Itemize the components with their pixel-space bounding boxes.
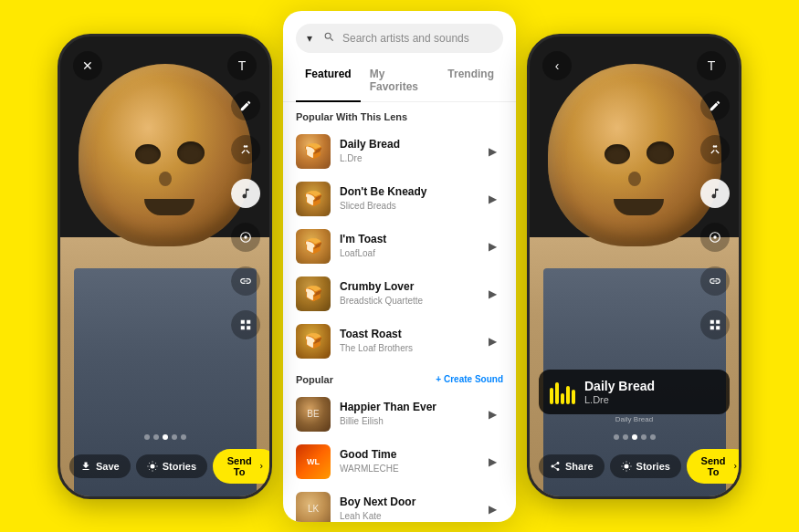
save-button[interactable]: Save	[69, 454, 131, 478]
svg-point-2	[713, 235, 717, 239]
left-phone-right-icons	[231, 91, 260, 339]
panel-header: ▾ Search artists and sounds Featured My …	[283, 11, 516, 102]
grid-icon[interactable]	[231, 310, 260, 339]
right-music-note-icon[interactable]	[700, 179, 730, 208]
song-artist: L.Dre	[340, 152, 472, 164]
left-phone-bottom: Save Stories Send To	[60, 425, 269, 496]
song-title: Happier Than Ever	[340, 401, 472, 415]
song-artist: The Loaf Brothers	[340, 342, 472, 354]
song-artist: Billie Eilish	[340, 415, 472, 427]
back-button[interactable]: ‹	[542, 51, 572, 80]
play-button[interactable]: ▶	[481, 498, 503, 520]
now-playing-artist: L.Dre	[584, 394, 719, 405]
play-button[interactable]: ▶	[481, 283, 503, 305]
tab-trending[interactable]: Trending	[438, 62, 503, 102]
right-grid-icon[interactable]	[700, 310, 730, 339]
song-title: Daily Bread	[340, 138, 472, 152]
popular-label: Popular	[296, 374, 333, 385]
dot-2	[153, 434, 159, 440]
bar-5	[572, 390, 575, 404]
play-button[interactable]: ▶	[481, 451, 503, 473]
tab-my-favorites[interactable]: My Favorites	[361, 62, 439, 102]
create-sound-button[interactable]: + Create Sound	[436, 374, 503, 384]
shirt-text: Daily Bread	[615, 415, 653, 423]
list-item[interactable]: 🍞 I'm Toast LoafLoaf ▶	[283, 223, 516, 270]
page-dots	[69, 434, 260, 440]
song-thumbnail: 🍞	[296, 276, 331, 311]
song-title: Boy Next Door	[340, 495, 472, 510]
link-icon[interactable]	[231, 266, 260, 296]
song-info: I'm Toast LoafLoaf	[340, 233, 472, 259]
send-to-button-right[interactable]: Send To	[687, 449, 739, 484]
svg-point-3	[624, 464, 628, 468]
song-thumbnail: BE	[296, 397, 331, 432]
right-effect-icon[interactable]	[700, 223, 730, 252]
close-button[interactable]: ✕	[73, 51, 102, 80]
bar-4	[566, 386, 570, 404]
song-title: Toast Roast	[340, 328, 472, 342]
effect-icon[interactable]	[231, 223, 260, 252]
right-phone: Daily Bread ‹ T	[527, 34, 741, 499]
text-button[interactable]: T	[227, 51, 257, 80]
song-thumbnail: 🍞	[296, 229, 331, 264]
play-button[interactable]: ▶	[481, 141, 503, 162]
left-phone-top-controls: ✕ T	[60, 37, 269, 80]
now-playing-info: Daily Bread L.Dre	[584, 379, 719, 405]
right-scissors-icon[interactable]	[700, 135, 730, 164]
bread-eye-right	[177, 141, 205, 164]
search-icon	[323, 31, 335, 46]
search-row: ▾ Search artists and sounds	[296, 24, 503, 53]
left-bottom-buttons: Save Stories Send To	[69, 449, 260, 484]
right-text-button[interactable]: T	[697, 51, 726, 80]
list-item[interactable]: BE Happier Than Ever Billie Eilish ▶	[283, 391, 516, 438]
right-bread-face-oval	[548, 64, 721, 246]
right-link-icon[interactable]	[700, 266, 730, 296]
share-button[interactable]: Share	[539, 454, 605, 478]
list-item[interactable]: 🍞 Crumby Lover Breadstick Quartette ▶	[283, 270, 516, 318]
right-page-dots	[539, 434, 730, 440]
bar-2	[555, 382, 559, 404]
right-pencil-icon[interactable]	[700, 91, 730, 120]
dot-1	[144, 434, 150, 440]
right-dot-1	[614, 434, 619, 440]
tab-featured[interactable]: Featured	[296, 62, 361, 102]
list-item[interactable]: 🍞 Toast Roast The Loaf Brothers ▶	[283, 318, 516, 365]
bar-1	[550, 388, 553, 404]
popular-section-header: Popular + Create Sound	[283, 365, 516, 391]
music-now-playing-overlay[interactable]: Daily Bread L.Dre	[539, 370, 730, 414]
search-input[interactable]: Search artists and sounds	[342, 32, 469, 45]
song-title: Crumby Lover	[340, 280, 472, 295]
dot-3	[163, 434, 168, 440]
play-button[interactable]: ▶	[481, 330, 503, 352]
right-dot-4	[641, 434, 647, 440]
send-to-button-left[interactable]: Send To	[213, 449, 269, 484]
song-thumbnail: 🍞	[296, 182, 331, 216]
bar-3	[561, 393, 564, 404]
play-button[interactable]: ▶	[481, 235, 503, 257]
list-item[interactable]: 🍞 Don't Be Kneady Sliced Breads ▶	[283, 175, 516, 223]
list-item[interactable]: 🍞 Daily Bread L.Dre ▶	[283, 128, 516, 175]
song-info: Crumby Lover Breadstick Quartette	[340, 280, 472, 307]
scissors-icon[interactable]	[231, 135, 260, 164]
stories-button-right[interactable]: Stories	[610, 454, 681, 478]
song-artist: LoafLoaf	[340, 247, 472, 259]
music-note-icon[interactable]	[231, 179, 260, 208]
play-button[interactable]: ▶	[481, 188, 503, 210]
song-title: Good Time	[340, 448, 472, 463]
right-bread-eye-left	[605, 144, 630, 164]
right-dot-5	[650, 434, 656, 440]
pencil-icon[interactable]	[231, 91, 260, 120]
chevron-down-icon[interactable]: ▾	[307, 32, 312, 45]
now-playing-title: Daily Bread	[584, 379, 719, 394]
list-item[interactable]: LK Boy Next Door Leah Kate ▶	[283, 485, 516, 522]
song-artist: Leah Kate	[340, 510, 472, 522]
stories-button-left[interactable]: Stories	[136, 454, 207, 478]
music-panel: ▾ Search artists and sounds Featured My …	[283, 11, 516, 522]
song-thumbnail: 🍞	[296, 134, 331, 169]
list-item[interactable]: WL Good Time WARMLECHE ▶	[283, 438, 516, 485]
play-button[interactable]: ▶	[481, 403, 503, 425]
song-info: Boy Next Door Leah Kate	[340, 495, 472, 521]
right-bread-mouth	[614, 199, 664, 215]
right-dot-2	[623, 434, 628, 440]
bread-eye-left	[135, 144, 161, 164]
